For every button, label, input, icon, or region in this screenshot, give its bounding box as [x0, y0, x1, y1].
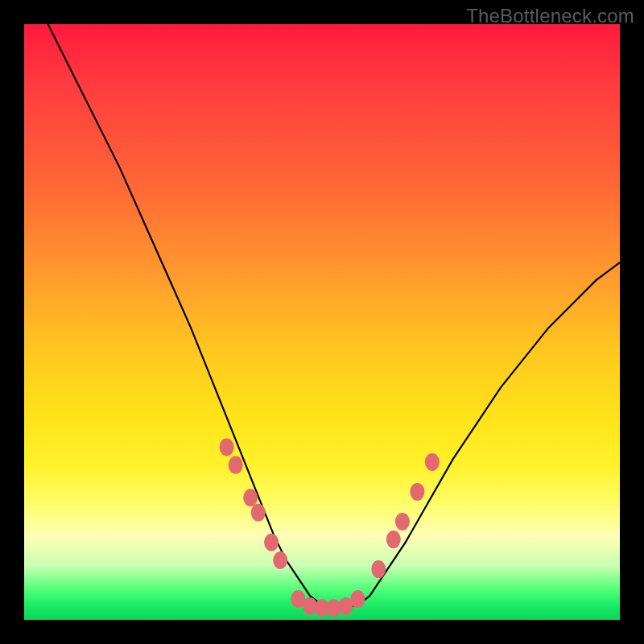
chart-svg — [24, 24, 620, 620]
curve-marker — [425, 453, 440, 471]
curve-marker — [371, 560, 386, 578]
curve-marker — [273, 551, 287, 569]
curve-marker — [229, 456, 243, 474]
curve-marker — [264, 534, 279, 551]
plot-area — [24, 24, 620, 620]
bottleneck-curve — [48, 24, 620, 608]
chart-frame: TheBottleneck.com — [0, 0, 644, 644]
curve-marker — [386, 530, 401, 548]
curve-marker — [395, 513, 410, 530]
curve-marker — [410, 483, 424, 501]
curve-marker — [220, 438, 234, 456]
marker-group — [220, 438, 440, 617]
curve-marker — [251, 504, 266, 522]
curve-marker — [243, 489, 258, 506]
curve-marker — [350, 590, 365, 608]
